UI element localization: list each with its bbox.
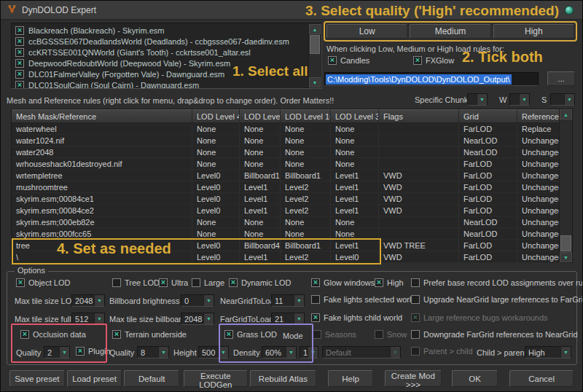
load-preset-button[interactable]: Load preset (67, 370, 122, 387)
chunk-w-dropdown[interactable]: ▼ (509, 93, 530, 106)
tree-lod-checkbox[interactable]: Tree LOD (112, 278, 160, 287)
ok-button[interactable]: OK (452, 370, 498, 387)
candles-checkbox[interactable]: Candles (328, 56, 369, 65)
upgrade-neargrid-checkbox[interactable]: Upgrade NearGrid large references to Far… (411, 295, 583, 304)
occlusion-data-checkbox[interactable]: Occlusion data (20, 330, 86, 339)
create-mod-button[interactable]: Create Mod >>> (385, 370, 442, 387)
help-button[interactable]: Help (328, 370, 373, 387)
table-cell: None (331, 228, 379, 239)
scroll-track[interactable] (560, 119, 572, 235)
worldspace-label: DLC01SoulCairn (Soul Cairn) - Dawnguard.… (28, 81, 199, 90)
worldspace-item[interactable]: ccKRTSSE001QNWorld (Giant's Tooth) - cck… (13, 47, 308, 58)
terrain-quality-dropdown[interactable]: 8▼ (137, 346, 169, 358)
billboard-brightness-dropdown[interactable]: 0▼ (181, 294, 214, 307)
neargridtoload-dropdown[interactable]: 11▼ (271, 294, 305, 307)
scroll-track[interactable] (309, 55, 321, 77)
grass-mode-dropdown[interactable]: 1▼ (300, 346, 318, 358)
table-cell (379, 146, 459, 157)
table-row[interactable]: water1024.nifNoneNoneNoneNoneNearLODUnch… (12, 135, 560, 146)
chunk-s-dropdown[interactable]: ▼ (550, 93, 575, 106)
scroll-thumb[interactable] (560, 235, 571, 251)
fake-lights-selected-checkbox[interactable]: Fake lights selected world (311, 295, 416, 304)
fargridtoload-dropdown[interactable]: 21▼ (271, 313, 305, 325)
scroll-down-icon[interactable]: ▼ (560, 252, 572, 262)
scroll-thumb[interactable] (310, 35, 320, 54)
occlusion-quality-dropdown[interactable]: 2▼ (44, 346, 70, 358)
checkmark-icon (15, 70, 24, 79)
rebuild-atlas-button[interactable]: Rebuild Atlas (250, 370, 317, 387)
output-path-input[interactable]: C:\Modding\Tools\DynDOLOD\DynDOLOD_Outpu… (324, 72, 539, 86)
table-row[interactable]: mushroomtreeLevel0Level1Level2Level1VWDF… (12, 181, 560, 193)
browse-button[interactable]: ... (547, 71, 575, 86)
object-lod-checkbox[interactable]: Object LOD (16, 278, 70, 287)
downgrade-fargrid-checkbox[interactable]: Downgrade FarGrid references to NearGrid (411, 330, 578, 339)
scroll-up-icon[interactable]: ▲ (560, 109, 572, 119)
dynamic-lod-checkbox[interactable]: Dynamic LOD (229, 278, 291, 287)
ultra-checkbox[interactable]: Ultra (159, 278, 188, 287)
max-tile-size-full-dropdown[interactable]: 512▼ (71, 313, 105, 325)
column-header[interactable]: Flags (379, 109, 459, 123)
terrain-height-dropdown[interactable]: 500▼ (198, 346, 229, 358)
footer-buttons: Save presetLoad presetDefaultExecute LOD… (1, 369, 582, 388)
scroll-down-icon[interactable]: ▼ (309, 77, 321, 87)
table-row[interactable]: wrtempletreeLevel0Billboard1Billboard1Le… (12, 170, 560, 181)
worldspace-label: ccBGSSSE067DeadlandsWorld (Deadlands) - … (28, 37, 289, 46)
table-row[interactable]: waterwheelNoneNoneNoneNoneFarLODReplace (12, 123, 560, 135)
execute-lodgen-button[interactable]: Execute LODGen (184, 370, 248, 387)
table-row[interactable]: skyrim.esm;00084ce1Level0Level1Level2Lev… (12, 193, 560, 205)
quality-medium-button[interactable]: Medium (410, 24, 490, 39)
quality-button-group: LowMediumHigh (324, 21, 577, 42)
chevron-down-icon: ▼ (94, 313, 104, 324)
child-parent-label: Child > parent (477, 348, 527, 357)
glow-windows-checkbox[interactable]: Glow windows (311, 278, 375, 287)
terrain-underside-checkbox[interactable]: Terrain underside (112, 330, 187, 339)
max-tile-size-lod-dropdown[interactable]: 2048▼ (71, 294, 105, 307)
grass-lod-checkbox[interactable]: Grass LOD (224, 330, 277, 339)
default-button[interactable]: Default (124, 370, 179, 387)
grass-density-dropdown[interactable]: 60%▼ (262, 346, 297, 358)
table-row[interactable]: water2048NoneNoneNoneNoneNearLODUnchange… (12, 146, 560, 158)
quality-high-button[interactable]: High (493, 24, 574, 39)
table-cell: None (192, 146, 240, 157)
scroll-up-icon[interactable]: ▲ (309, 24, 321, 34)
max-tile-size-billboard-dropdown[interactable]: 2048▼ (181, 313, 214, 325)
cancel-button[interactable]: Cancel (509, 370, 574, 387)
checkmark-icon (15, 48, 24, 57)
column-header[interactable]: Mesh Mask/Reference (12, 109, 192, 123)
column-header[interactable]: LOD Level 16 (281, 109, 331, 123)
table-cell: VWD (379, 193, 459, 204)
high-checkbox[interactable]: High (375, 278, 404, 287)
billboard-brightness-label: Billboard brightness (109, 297, 180, 305)
column-header[interactable]: LOD Level 32 (331, 109, 379, 123)
column-header[interactable]: LOD Level 4 (192, 109, 240, 123)
checkmark-icon (159, 278, 168, 287)
table-row[interactable]: wrhouseshack01destroyed.nifNoneNoneNoneN… (12, 158, 560, 170)
max-tile-size-full-label: Max tile size full (15, 315, 71, 324)
column-header[interactable]: Reference (517, 109, 560, 123)
table-cell: Unchanged (517, 146, 560, 157)
rules-table[interactable]: Mesh Mask/ReferenceLOD Level 4LOD Level … (11, 109, 573, 263)
window-orb-icon[interactable] (565, 6, 574, 15)
child-parent-dropdown[interactable]: High▼ (525, 346, 571, 358)
table-row[interactable]: skyrim.esm;000eb82eNoneNoneNoneNoneNearL… (12, 216, 560, 228)
worldspace-item[interactable]: DLC01SoulCairn (Soul Cairn) - Dawnguard.… (13, 79, 308, 89)
specific-chunk-dropdown[interactable]: ▼ (467, 93, 488, 106)
table-row[interactable]: skyrim.esm;00084ce2Level0Level1Level2Lev… (12, 205, 560, 216)
table-scrollbar[interactable]: ▲ ▼ (559, 109, 572, 262)
large-reference-bugs-checkbox: Large reference bugs workarounds (411, 313, 548, 322)
large-checkbox[interactable]: Large (192, 278, 224, 287)
column-header[interactable]: LOD Level 8 (240, 109, 281, 123)
parent-child-checkbox[interactable]: Parent > child (411, 347, 473, 356)
save-preset-button[interactable]: Save preset (9, 370, 65, 387)
prefer-base-record-checkbox[interactable]: Prefer base record LOD assignments over … (411, 278, 583, 287)
table-cell: NearLOD (459, 146, 517, 157)
column-header[interactable]: Grid (459, 109, 517, 123)
fxglow-checkbox[interactable]: FXGlow (413, 56, 454, 65)
table-row[interactable]: skyrim.esm;000fcc65NoneNoneNoneNoneNearL… (12, 228, 560, 240)
occlusion-plugin-checkbox[interactable]: Plugin (76, 347, 111, 356)
worldspace-item[interactable]: ccBGSSSE067DeadlandsWorld (Deadlands) - … (13, 36, 308, 47)
worldspace-scrollbar[interactable]: ▲ ▼ (308, 24, 321, 87)
worldspace-item[interactable]: Blackreach (Blackreach) - Skyrim.esm (13, 25, 308, 36)
fake-lights-child-checkbox[interactable]: Fake lights child world (311, 313, 402, 322)
quality-low-button[interactable]: Low (326, 24, 407, 39)
